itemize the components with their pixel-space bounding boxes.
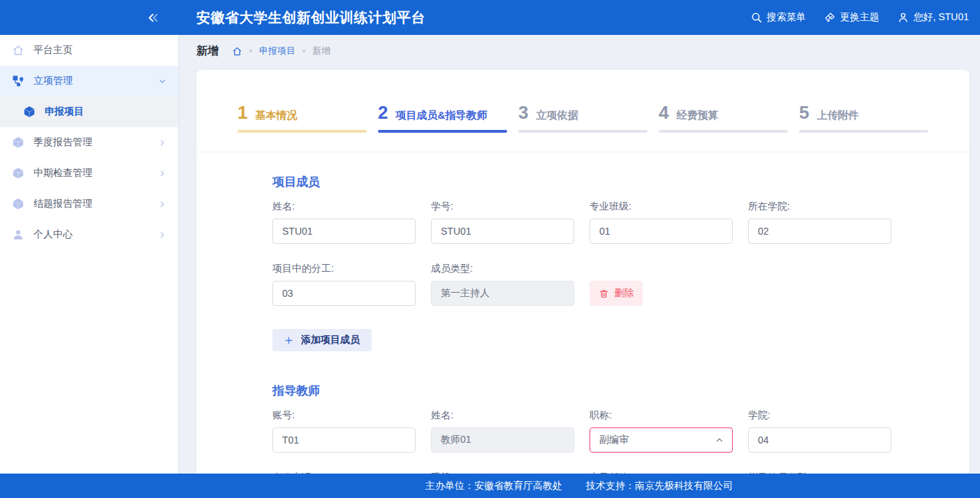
breadcrumb-separator [249,50,252,52]
field-teacher-name: 姓名: [431,409,574,453]
chevron-right-icon [158,169,167,178]
step-label: 基本情况 [255,109,297,122]
step-number: 3 [518,103,528,122]
user-icon [898,12,909,23]
footer-host: 主办单位：安徽省教育厅高教处 [425,480,562,492]
breadcrumb-home-icon[interactable] [232,46,242,57]
major-class-input[interactable] [590,219,733,244]
app-window: 安徽省大学生创新创业训练计划平台 搜索菜单 更换主题 您好, STU01 [0,0,980,498]
search-menu-button[interactable]: 搜索菜单 [751,11,806,24]
chevron-up-icon [715,435,724,445]
account-input[interactable] [272,427,416,453]
step-5-attachments[interactable]: 5上传附件 [799,70,928,152]
field-label: 专业班级: [590,200,733,213]
sidebar-header [0,0,178,35]
search-menu-label: 搜索菜单 [767,11,806,24]
step-3-project-basis[interactable]: 3立项依据 [518,70,648,152]
field-label: 姓名: [272,200,416,213]
sidebar-item-label: 中期检查管理 [34,167,92,180]
step-1-basic-info[interactable]: 1基本情况 [237,70,367,152]
sidebar-item-platform-home[interactable]: 平台主页 [0,35,178,66]
step-number: 5 [799,103,809,122]
main-content: 新增 申报项目 新增 1基本情况 2项目成员&指导教师 3 [178,35,980,498]
user-menu[interactable]: 您好, STU01 [898,11,969,24]
page-footer: 主办单位：安徽省教育厅高教处 技术支持：南京先极科技有限公司 [0,474,980,498]
plus-icon [284,336,293,345]
sidebar-item-midterm-check[interactable]: 中期检查管理 [0,158,178,189]
form-card: 1基本情况 2项目成员&指导教师 3立项依据 4经费预算 5上传附件 [196,70,970,498]
advisor-fields-grid: 账号: 姓名: 职称: 副编审 [272,409,970,453]
chevron-down-icon [158,77,167,86]
sidebar-item-personal-center[interactable]: 个人中心 [0,219,178,250]
field-teacher-college: 学院: [748,409,891,453]
chevron-right-icon [158,200,167,209]
chevron-right-icon [158,230,167,240]
double-chevron-left-icon [147,11,160,24]
college-input[interactable] [748,219,891,244]
step-2-members-advisors[interactable]: 2项目成员&指导教师 [378,70,507,152]
step-underline [659,130,788,133]
add-member-button[interactable]: 添加项目成员 [272,329,372,351]
app-title: 安徽省大学生创新创业训练计划平台 [196,8,751,27]
user-greeting: 您好, STU01 [914,11,969,24]
theme-brush-icon [824,12,835,23]
page-title: 新增 [196,44,219,59]
step-label: 上传附件 [817,109,858,122]
trash-icon [599,288,609,299]
teacher-college-input[interactable] [748,427,891,453]
field-label: 姓名: [431,409,574,422]
step-number: 2 [378,103,388,122]
cube-icon [12,136,24,149]
delete-member-label: 删除 [615,287,634,300]
step-underline [378,130,507,133]
field-title-rank: 职称: 副编审 [590,409,733,453]
home-icon [12,44,24,57]
search-icon [751,12,762,23]
field-member-type: 成员类型: [431,263,574,306]
field-student-id: 学号: [431,200,574,244]
delete-member-button[interactable]: 删除 [590,281,643,306]
field-name: 姓名: [272,200,416,244]
student-id-input[interactable] [431,219,574,244]
collapse-sidebar-button[interactable] [147,11,160,24]
cube-icon [12,167,24,180]
sidebar-item-label: 结题报告管理 [34,198,92,210]
title-rank-select[interactable]: 副编审 [590,427,733,453]
step-underline [518,130,648,133]
breadcrumb-link-declare-project[interactable]: 申报项目 [259,45,295,57]
top-header: 安徽省大学生创新创业训练计划平台 搜索菜单 更换主题 您好, STU01 [0,0,980,35]
breadcrumb-current: 新增 [312,45,330,57]
cube-icon [23,105,36,118]
sidebar-item-quarterly-report[interactable]: 季度报告管理 [0,127,178,158]
sidebar-item-final-report[interactable]: 结题报告管理 [0,189,178,219]
field-label: 成员类型: [431,263,574,275]
project-role-input[interactable] [272,281,416,306]
field-label: 所在学院: [748,200,891,213]
header-actions: 搜索菜单 更换主题 您好, STU01 [751,11,980,24]
change-theme-button[interactable]: 更换主题 [824,11,879,24]
step-underline [799,130,928,133]
sidebar-item-label: 季度报告管理 [34,136,92,149]
step-form: 项目成员 姓名: 学号: 专业班级: 所在学院: [196,152,970,484]
teacher-name-input-disabled [431,427,574,453]
section-title-project-members: 项目成员 [272,174,970,190]
sidebar-item-project-management[interactable]: 立项管理 [0,66,178,96]
name-input[interactable] [272,219,416,244]
cube-icon [12,198,24,210]
chevron-right-icon [158,138,167,147]
sidebar-item-label: 个人中心 [34,228,73,241]
step-label: 项目成员&指导教师 [395,109,487,122]
step-label: 立项依据 [536,109,578,122]
delete-member-cell: 删除 [590,263,733,306]
footer-support: 技术支持：南京先极科技有限公司 [586,480,733,492]
change-theme-label: 更换主题 [840,11,879,24]
person-icon [12,228,24,241]
step-4-budget[interactable]: 4经费预算 [659,70,788,152]
sidebar-item-declare-project[interactable]: 申报项目 [0,96,178,127]
title-rank-value: 副编审 [599,434,629,446]
field-major-class: 专业班级: [590,200,733,244]
member-fields-grid: 姓名: 学号: 专业班级: 所在学院: [272,200,970,306]
step-number: 4 [659,103,668,122]
section-title-advisors: 指导教师 [272,383,970,399]
sitemap-icon [12,75,24,87]
